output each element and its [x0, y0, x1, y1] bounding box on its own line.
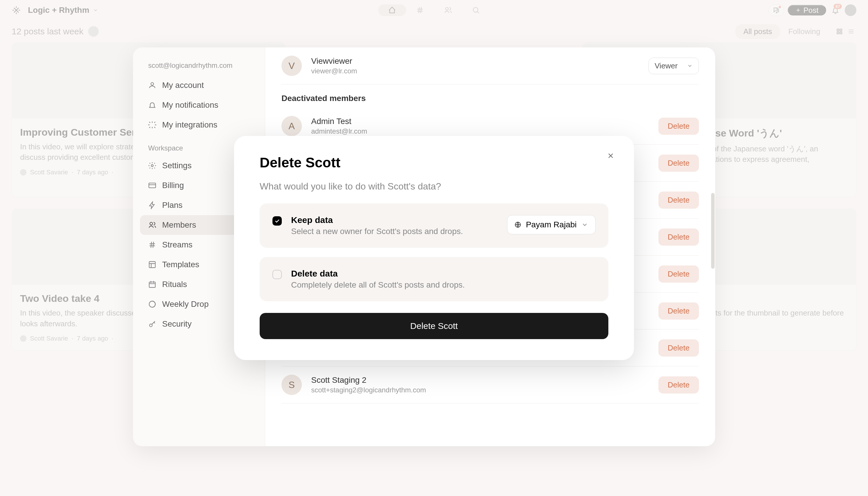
checkbox-delete[interactable]: [273, 270, 282, 279]
check-icon: [274, 218, 280, 224]
option-delete-data[interactable]: Delete data Completely delete all of Sco…: [260, 257, 608, 301]
delete-member-modal: Delete Scott What would you like to do w…: [234, 136, 634, 360]
option-title: Delete data: [291, 269, 595, 279]
modal-close-button[interactable]: [606, 151, 615, 160]
owner-name: Payam Rajabi: [526, 220, 577, 229]
modal-title: Delete Scott: [260, 155, 608, 171]
globe-icon: [514, 221, 521, 228]
checkbox-keep[interactable]: [273, 216, 282, 226]
new-owner-select[interactable]: Payam Rajabi: [507, 215, 595, 234]
modal-subtitle: What would you like to do with Scott's d…: [260, 181, 608, 192]
option-keep-data[interactable]: Keep data Select a new owner for Scott's…: [260, 203, 608, 248]
modal-overlay: Delete Scott What would you like to do w…: [0, 0, 868, 496]
option-title: Keep data: [291, 215, 498, 225]
confirm-delete-button[interactable]: Delete Scott: [260, 313, 608, 339]
close-icon: [607, 152, 615, 160]
option-desc: Completely delete all of Scott's posts a…: [291, 280, 595, 290]
chevron-down-icon: [581, 221, 588, 228]
option-desc: Select a new owner for Scott's posts and…: [291, 227, 498, 236]
